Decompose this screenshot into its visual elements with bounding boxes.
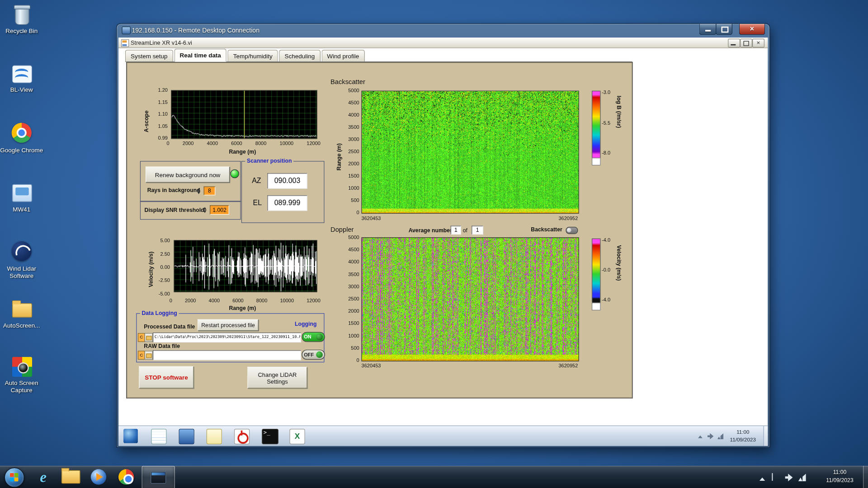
backscatter-x-start: 3620453	[362, 216, 381, 221]
desktop-icon-google-chrome[interactable]: Google Chrome	[0, 122, 43, 154]
taskbar-chrome-button[interactable]	[113, 466, 140, 488]
session-date: 11/09/2023	[726, 436, 760, 444]
rays-value-field[interactable]: 8	[204, 187, 216, 196]
snr-value-field[interactable]: 1.002	[210, 205, 229, 215]
taskbar-explorer-button[interactable]	[57, 466, 84, 488]
session-show-desktop-button[interactable]	[764, 426, 768, 446]
raw-data-file-label: RAW Data file	[144, 343, 180, 349]
velocity-x-ticks: 020004000600080001000012000	[170, 298, 321, 303]
vi-title-bar[interactable]: StreamLine XR v14-6.vi ×	[118, 38, 768, 48]
clock[interactable]: 11:00 11/09/2023	[819, 469, 860, 484]
snr-spinner[interactable]	[203, 205, 208, 214]
internet-explorer-icon: e	[40, 469, 47, 486]
tick-label: 0	[357, 209, 359, 216]
desktop-icon-auto-screen-capture[interactable]: Auto Screen Capture	[0, 356, 43, 394]
spreadsheet-icon[interactable]: X	[289, 429, 305, 444]
tick-label: 2.50	[160, 251, 170, 258]
vi-restore-button[interactable]	[740, 39, 752, 48]
raw-browse-button[interactable]	[145, 351, 153, 360]
session-network-icon[interactable]	[717, 433, 723, 439]
processed-logging-toggle[interactable]: ON	[302, 332, 325, 342]
desktop-icon-autoscreen[interactable]: AutoScreen...	[0, 298, 43, 329]
processed-browse-button[interactable]	[145, 333, 153, 342]
notepad-icon[interactable]	[151, 429, 166, 444]
session-clock[interactable]: 11:00 11/09/2023	[726, 428, 760, 444]
backscatter-toggle[interactable]	[566, 227, 578, 234]
tick-label: 3000	[348, 283, 359, 290]
wind-lidar-icon	[10, 241, 33, 263]
tick-label: -5.5	[602, 119, 610, 126]
power-icon[interactable]	[234, 429, 250, 444]
average-number-field[interactable]: 1	[451, 226, 461, 235]
tick-label: 6000	[231, 141, 242, 146]
tick-label: -2.50	[159, 277, 170, 284]
ascope-x-ticks: 020004000600080001000012000	[167, 141, 321, 146]
rdp-session-area: StreamLine XR v14-6.vi × System setup Re…	[118, 38, 768, 446]
tick-label: 10000	[280, 298, 294, 303]
az-value-field[interactable]: 090.003	[267, 173, 307, 188]
close-button[interactable]: ×	[739, 24, 765, 35]
desktop-icon-wind-lidar[interactable]: Wind Lidar Software	[0, 240, 43, 279]
rdp-window-icon	[122, 27, 131, 34]
processed-drive-letter: C	[138, 333, 145, 342]
vi-minimize-button[interactable]	[728, 39, 740, 48]
taskbar-rdp-button-active[interactable]	[142, 466, 175, 488]
tick-label: 4000	[209, 298, 220, 303]
globe-icon[interactable]	[123, 429, 138, 443]
tick-label: 8000	[255, 141, 267, 146]
taskbar-ie-button[interactable]: e	[30, 466, 57, 488]
tab-wind-profile[interactable]: Wind profile	[321, 50, 365, 61]
session-volume-icon[interactable]	[708, 433, 713, 439]
bl-view-icon	[10, 62, 33, 84]
doppler-colorbar-ticks: -4.0-0.0-4.0	[602, 237, 615, 303]
minimize-button[interactable]	[699, 24, 717, 35]
processed-path-field[interactable]: C:\Lidar\Data\Proc\2023\202309\20230911\…	[153, 333, 301, 343]
velocity-plot	[174, 240, 317, 292]
tab-system-setup[interactable]: System setup	[125, 50, 173, 61]
notes-icon[interactable]	[207, 429, 222, 444]
recycle-bin-icon	[10, 4, 33, 26]
doppler-y-ticks: 5000450040003500300025002000150010005000	[342, 234, 359, 364]
raw-logging-toggle[interactable]: OFF	[302, 350, 325, 360]
tick-label: 2000	[348, 160, 359, 167]
app-window-icon[interactable]	[179, 429, 194, 444]
tick-label: 5000	[348, 87, 359, 94]
tick-label: -3.0	[602, 89, 610, 96]
tick-label: 1.15	[158, 99, 168, 106]
backscatter-heatmap	[362, 91, 579, 214]
average-number-label: Average number	[409, 227, 452, 233]
raw-path-field[interactable]	[153, 350, 301, 360]
desktop-icon-mw41[interactable]: MW41	[0, 182, 43, 213]
change-lidar-settings-button[interactable]: Change LiDAR Settings	[247, 367, 307, 389]
tick-label: 0	[167, 141, 170, 146]
terminal-icon[interactable]: >_	[262, 429, 278, 444]
taskbar-media-player-button[interactable]	[85, 466, 112, 488]
rdp-title-bar[interactable]: 192.168.0.150 - Remote Desktop Connectio…	[117, 24, 769, 38]
tick-label: 2500	[348, 296, 359, 302]
az-label: AZ	[252, 177, 261, 185]
stop-software-button[interactable]: STOP software	[139, 366, 193, 389]
tray-expand-icon[interactable]	[698, 433, 703, 438]
vi-close-button[interactable]: ×	[752, 39, 764, 48]
tab-real-time-data[interactable]: Real time data	[174, 49, 226, 62]
tab-temp-humidity[interactable]: Temp/humidity	[228, 50, 278, 61]
renew-background-button[interactable]: Renew background now	[146, 167, 230, 183]
rays-spinner[interactable]	[197, 186, 203, 195]
tick-label: 12000	[307, 298, 321, 303]
clock-date: 11/09/2023	[819, 476, 860, 484]
rdp-window: 192.168.0.150 - Remote Desktop Connectio…	[117, 24, 769, 447]
restart-processed-file-button[interactable]: Restart processed file	[198, 319, 259, 331]
show-desktop-button[interactable]	[863, 466, 868, 488]
tick-label: 1.20	[158, 87, 168, 94]
of-label: of	[463, 227, 467, 233]
tab-scheduling[interactable]: Scheduling	[279, 50, 320, 61]
backscatter-x-range: 3620453 3620952	[362, 216, 578, 221]
desktop-icon-recycle-bin[interactable]: Recycle Bin	[0, 4, 43, 35]
start-button[interactable]	[5, 468, 24, 488]
desktop-icon-bl-view[interactable]: BL-View	[0, 62, 43, 94]
tick-label: 4000	[348, 112, 359, 118]
tick-label: -5.00	[159, 291, 170, 297]
restore-button[interactable]	[716, 24, 732, 35]
average-total-field[interactable]: 1	[472, 226, 483, 235]
el-value-field[interactable]: 089.999	[267, 195, 307, 211]
